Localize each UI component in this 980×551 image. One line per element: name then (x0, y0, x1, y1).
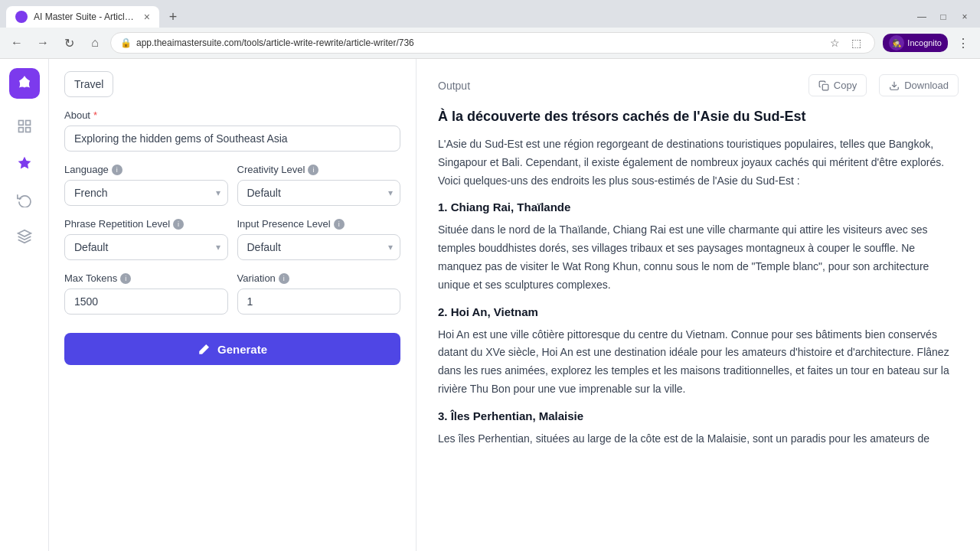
incognito-badge[interactable]: 🕵 Incognito (883, 34, 948, 52)
phrase-info-icon[interactable]: i (173, 219, 184, 230)
copy-label: Copy (834, 80, 857, 91)
nav-home-button[interactable]: ⌂ (84, 32, 106, 54)
variation-info-icon[interactable]: i (279, 273, 289, 284)
incognito-icon: 🕵 (889, 35, 904, 51)
svg-rect-1 (25, 121, 30, 126)
about-field: About * (64, 109, 400, 152)
lock-icon: 🔒 (120, 37, 132, 48)
section-3-text: Les îles Perhentian, situées au large de… (438, 430, 959, 448)
window-close-button[interactable]: × (956, 8, 974, 26)
phrase-input-row: Phrase Repetition Level i Default Low Me… (64, 218, 400, 272)
nav-back-button[interactable]: ← (6, 32, 28, 54)
variation-field: Variation i (237, 272, 401, 315)
section-1-text: Située dans le nord de la Thaïlande, Chi… (438, 221, 959, 294)
download-button[interactable]: Download (879, 74, 959, 96)
creativity-select-wrapper: Default Low Medium High ▾ (237, 180, 401, 206)
input-presence-select[interactable]: Default Low Medium High (237, 234, 401, 260)
about-label: About * (64, 109, 400, 121)
phrase-select-wrapper: Default Low Medium High ▾ (64, 234, 228, 260)
sidebar-logo[interactable] (9, 68, 40, 99)
topic-value: Travel (64, 71, 113, 97)
sidebar-item-grid[interactable] (9, 111, 40, 142)
section-3-heading: 3. Îles Perhentian, Malaisie (438, 409, 959, 422)
max-tokens-info-icon[interactable]: i (120, 273, 131, 284)
output-body: À la découverte des trésors cachés de l'… (438, 109, 959, 448)
language-field: Language i French English Spanish ▾ (64, 164, 228, 206)
layers-icon (17, 229, 32, 244)
sidebar-item-refresh[interactable] (9, 184, 40, 215)
generate-label: Generate (217, 343, 267, 356)
section-2-heading: 2. Hoi An, Vietnam (438, 305, 959, 318)
window-controls: — □ × (913, 8, 974, 26)
phrase-select[interactable]: Default Low Medium High (64, 234, 228, 260)
topic-field: Travel (64, 71, 400, 97)
svg-marker-4 (18, 157, 31, 169)
left-panel: Travel About * Language i (49, 59, 416, 551)
more-button[interactable]: ⋮ (952, 32, 974, 54)
tab-close-button[interactable]: × (144, 11, 150, 23)
input-info-icon[interactable]: i (334, 219, 345, 230)
browser-chrome: AI Master Suite - Article Writer × + — □… (0, 0, 980, 59)
extension-icon[interactable]: ⬚ (847, 34, 865, 52)
language-creativity-row: Language i French English Spanish ▾ (64, 164, 400, 218)
copy-icon (818, 80, 829, 91)
section-2-text: Hoi An est une ville côtière pittoresque… (438, 326, 959, 399)
address-bar[interactable]: 🔒 app.theaimastersuite.com/tools/article… (110, 32, 875, 54)
star-icon (17, 155, 32, 171)
input-select-wrapper: Default Low Medium High ▾ (237, 234, 401, 260)
language-label: Language i (64, 164, 228, 175)
grid-icon (17, 119, 32, 134)
nav-refresh-button[interactable]: ↻ (58, 32, 80, 54)
creativity-label: Creativity Level i (237, 164, 401, 175)
creativity-select[interactable]: Default Low Medium High (237, 180, 401, 206)
language-select[interactable]: French English Spanish (64, 180, 228, 206)
svg-rect-3 (25, 128, 30, 132)
sidebar-item-star[interactable] (9, 148, 40, 178)
max-tokens-field: Max Tokens i (64, 272, 228, 315)
about-input[interactable] (64, 126, 400, 152)
sidebar-item-layers[interactable] (9, 221, 40, 252)
tab-favicon (15, 11, 28, 23)
download-icon (889, 80, 900, 91)
tokens-variation-row: Max Tokens i Variation i (64, 272, 400, 327)
new-tab-button[interactable]: + (162, 6, 184, 28)
right-panel: Output Copy (416, 59, 980, 551)
creativity-field: Creativity Level i Default Low Medium Hi… (237, 164, 401, 206)
input-presence-field: Input Presence Level i Default Low Mediu… (237, 218, 401, 260)
logo-icon (15, 74, 34, 93)
active-tab[interactable]: AI Master Suite - Article Writer × (6, 6, 159, 28)
creativity-info-icon[interactable]: i (308, 165, 318, 175)
refresh-icon (17, 192, 32, 207)
sidebar (0, 59, 49, 551)
generate-button[interactable]: Generate (64, 333, 400, 365)
max-tokens-label: Max Tokens i (64, 272, 228, 284)
svg-rect-6 (822, 84, 828, 90)
output-actions: Copy Download (808, 74, 959, 96)
nav-forward-button[interactable]: → (32, 32, 54, 54)
app-layout: Travel About * Language i (0, 59, 980, 551)
svg-rect-0 (18, 121, 23, 126)
input-presence-label: Input Presence Level i (237, 218, 401, 230)
svg-marker-5 (18, 230, 31, 236)
language-select-wrapper: French English Spanish ▾ (64, 180, 228, 206)
section-1-heading: 1. Chiang Rai, Thaïlande (438, 201, 959, 214)
svg-rect-2 (18, 128, 23, 132)
wand-icon (198, 342, 211, 356)
window-minimize-button[interactable]: — (913, 8, 931, 26)
language-info-icon[interactable]: i (112, 165, 122, 175)
variation-label: Variation i (237, 272, 401, 284)
variation-input[interactable] (237, 289, 401, 315)
phrase-label: Phrase Repetition Level i (64, 218, 228, 230)
bookmark-icon[interactable]: ☆ (825, 34, 844, 52)
address-text: app.theaimastersuite.com/tools/article-w… (136, 37, 821, 48)
address-bar-row: ← → ↻ ⌂ 🔒 app.theaimastersuite.com/tools… (0, 28, 980, 58)
tab-bar: AI Master Suite - Article Writer × + — □… (0, 0, 980, 28)
window-maximize-button[interactable]: □ (934, 8, 952, 26)
max-tokens-input[interactable] (64, 289, 228, 315)
download-label: Download (904, 80, 949, 91)
address-bar-icons: ☆ ⬚ (825, 34, 865, 52)
copy-button[interactable]: Copy (808, 74, 867, 96)
output-header: Output Copy (438, 74, 959, 96)
output-title: À la découverte des trésors cachés de l'… (438, 109, 959, 125)
about-required: * (93, 109, 97, 121)
